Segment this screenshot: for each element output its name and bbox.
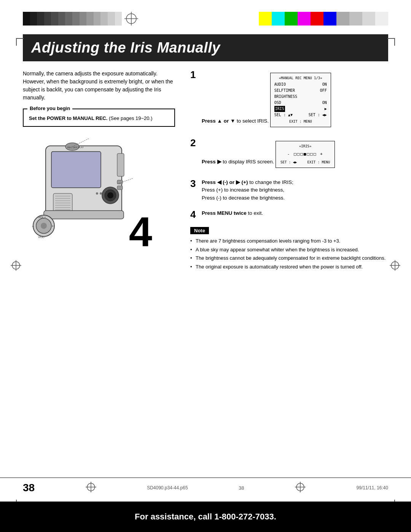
svg-text:VOL+: VOL+ bbox=[38, 216, 46, 219]
svg-rect-11 bbox=[117, 153, 124, 176]
note-label: Note bbox=[190, 227, 209, 234]
step-2: 2 Press ▶ to display IRIS screen. «IRIS»… bbox=[190, 138, 388, 171]
page-title: Adjusting the Iris Manually bbox=[31, 40, 380, 56]
svg-point-38 bbox=[100, 192, 102, 195]
before-begin-title: Before you begin bbox=[27, 105, 72, 111]
right-crosshair bbox=[390, 260, 400, 272]
note-item-4: The original exposure is automatically r… bbox=[190, 263, 388, 271]
svg-text:–: – bbox=[32, 224, 34, 228]
step-4: 4 Press MENU twice to exit. bbox=[190, 209, 388, 219]
title-section: Adjusting the Iris Manually bbox=[23, 34, 388, 61]
page-number: 38 bbox=[23, 482, 35, 494]
note-items: There are 7 brightness compensation leve… bbox=[190, 237, 388, 271]
footer-crosshair-2 bbox=[295, 482, 306, 494]
step-4-number: 4 bbox=[190, 209, 199, 219]
step-3-content: Press ◀ (-) or ▶ (+) to change the IRIS;… bbox=[202, 179, 293, 202]
step-2-number: 2 bbox=[190, 138, 199, 148]
bottom-bar: For assistance, call 1-800-272-7033. bbox=[0, 502, 411, 532]
step-2-content: Press ▶ to display IRIS screen. «IRIS» -… bbox=[202, 138, 335, 171]
camera-area: REC OFF PLAY VOL+ VOL- – + bbox=[23, 134, 164, 264]
svg-point-37 bbox=[96, 192, 98, 195]
corner-mark-tl bbox=[16, 38, 24, 46]
footer-crosshair bbox=[86, 482, 96, 494]
footer-left-file: SD4090.p34-44.p65 bbox=[147, 485, 188, 490]
iris-screen: «IRIS» - □□□■□□□ + SET : ◀▶ EXIT : MENU bbox=[276, 141, 335, 168]
header-bar bbox=[0, 0, 411, 34]
footer-right-date: 99/11/11, 16:40 bbox=[357, 485, 388, 490]
footer-center-page: 38 bbox=[239, 485, 244, 491]
color-swatches bbox=[259, 12, 388, 26]
step-number-4: 4 bbox=[129, 211, 152, 252]
main-content: Normally, the camera adjusts the exposur… bbox=[0, 70, 411, 272]
before-begin-box: Before you begin Set the POWER to MANUAL… bbox=[23, 109, 175, 127]
footer-section: 38 SD4090.p34-44.p65 38 99/11/11, 16:40 bbox=[0, 478, 411, 498]
svg-text:REC OFF PLAY: REC OFF PLAY bbox=[67, 146, 84, 149]
note-item-3: The brightness cannot be adequately comp… bbox=[190, 254, 388, 262]
note-item-2: A blue sky may appear somewhat whiter wh… bbox=[190, 246, 388, 254]
left-crosshair bbox=[11, 260, 21, 272]
svg-text:+: + bbox=[52, 224, 54, 228]
intro-text: Normally, the camera adjusts the exposur… bbox=[23, 70, 175, 102]
corner-mark-tr bbox=[387, 38, 395, 46]
note-box: Note There are 7 brightness compensation… bbox=[190, 227, 388, 271]
header-left bbox=[23, 12, 141, 26]
svg-rect-24 bbox=[117, 186, 123, 190]
header-crosshair bbox=[122, 12, 141, 26]
svg-line-35 bbox=[72, 138, 89, 147]
menu-screen-1: «MANUAL REC MENU 1/3» AUDIOON SELFTIMERO… bbox=[270, 73, 331, 127]
step-1: 1 Press ▲ or ▼ to select IRIS. «MANUAL R… bbox=[190, 70, 388, 130]
svg-point-14 bbox=[107, 192, 113, 198]
right-column: 1 Press ▲ or ▼ to select IRIS. «MANUAL R… bbox=[190, 70, 388, 272]
note-item-1: There are 7 brightness compensation leve… bbox=[190, 237, 388, 245]
step-3-number: 3 bbox=[190, 179, 199, 189]
step-1-number: 1 bbox=[190, 70, 199, 80]
svg-text:VOL-: VOL- bbox=[38, 235, 45, 239]
bottom-bar-text: For assistance, call 1-800-272-7033. bbox=[135, 512, 276, 522]
svg-point-30 bbox=[41, 223, 47, 229]
step-3: 3 Press ◀ (-) or ▶ (+) to change the IRI… bbox=[190, 179, 388, 202]
left-column: Normally, the camera adjusts the exposur… bbox=[23, 70, 175, 272]
before-begin-content: Set the POWER to MANUAL REC. (See pages … bbox=[29, 115, 169, 122]
svg-rect-23 bbox=[117, 180, 123, 184]
camera-svg: REC OFF PLAY VOL+ VOL- – + bbox=[23, 134, 145, 245]
gradient-bars bbox=[23, 12, 122, 26]
svg-rect-27 bbox=[44, 211, 124, 219]
svg-rect-10 bbox=[51, 152, 101, 188]
step-4-content: Press MENU twice to exit. bbox=[202, 209, 263, 217]
step-1-content: Press ▲ or ▼ to select IRIS. «MANUAL REC… bbox=[202, 70, 331, 130]
